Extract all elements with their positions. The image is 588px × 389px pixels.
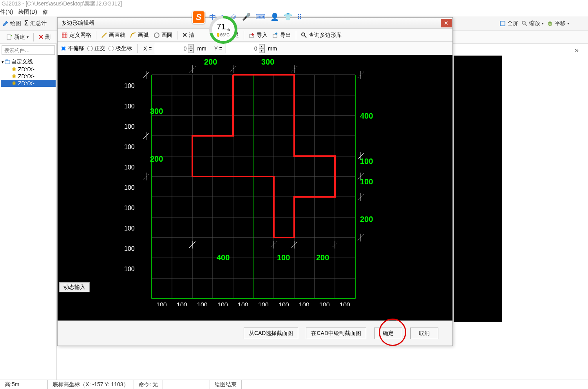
window-title: GJ2013 - [C:\Users\asus\Desktop\案案J2.GGJ… [0, 0, 588, 7]
x-spin-up[interactable]: ▲ [188, 44, 194, 49]
status-draw-end: 绘图结束 [210, 380, 242, 389]
svg-text:200: 200 [360, 215, 373, 223]
svg-text:100: 100 [124, 144, 135, 150]
gear-icon: ✺ [12, 80, 16, 86]
from-cad-button[interactable]: 从CAD选择截面图 [244, 328, 299, 339]
draw-button[interactable]: 绘图 [2, 20, 21, 27]
y-spin-down[interactable]: ▼ [259, 49, 264, 53]
fullscreen-button[interactable]: 全屏 [499, 20, 518, 27]
svg-text:200: 200 [150, 155, 163, 163]
menu-modify[interactable]: 修 [43, 7, 48, 16]
ime-person-icon[interactable]: 👤 [270, 13, 279, 22]
search-input[interactable] [2, 45, 55, 55]
delete-button[interactable]: ✕ 删 [36, 32, 53, 41]
svg-rect-3 [7, 35, 11, 40]
dynamic-input-button[interactable]: 动态输入 [59, 282, 90, 292]
sigma-icon: Σ [24, 19, 29, 27]
svg-text:100: 100 [279, 302, 289, 306]
arc-icon [130, 32, 136, 38]
draw-circle-button[interactable]: 画圆 [152, 31, 174, 40]
import-button[interactable]: 导入 [247, 31, 269, 40]
svg-text:100: 100 [277, 253, 290, 262]
component-tree[interactable]: ▾ 自定义线 ✺ZDYX- ✺ZDYX- ✺ZDYX- [0, 56, 56, 382]
define-grid-button[interactable]: 定义网格 [60, 31, 93, 40]
status-command: 命令: 无 [134, 380, 163, 389]
folder-icon [5, 59, 10, 65]
svg-text:100: 100 [258, 302, 269, 306]
menu-file[interactable]: 件(N) [0, 7, 13, 16]
svg-text:400: 400 [217, 253, 230, 262]
delete-icon: ✕ [38, 33, 43, 41]
svg-text:100: 100 [360, 157, 373, 166]
svg-text:100: 100 [124, 225, 135, 232]
x-spin-down[interactable]: ▼ [188, 49, 194, 53]
svg-text:200: 200 [316, 253, 329, 262]
unit-label: mm [197, 45, 206, 52]
clear-button[interactable]: ✕ 清 [181, 31, 196, 40]
svg-point-1 [522, 21, 525, 24]
draw-line-button[interactable]: 画直线 [100, 31, 127, 40]
ime-mic-icon[interactable]: 🎤 [242, 13, 251, 22]
svg-text:100: 100 [217, 302, 228, 306]
ortho-radio[interactable]: 正交 [87, 45, 105, 52]
svg-text:100: 100 [319, 302, 330, 306]
search-library-button[interactable]: 查询多边形库 [299, 31, 343, 40]
svg-text:300: 300 [150, 107, 163, 115]
secondary-viewport [454, 56, 502, 322]
unit-label: mm [268, 45, 277, 52]
polygon-editor-dialog: 多边形编辑器 ✕ 定义网格 画直线 画弧 画圆 ✕ 清 回退 [57, 17, 453, 346]
svg-text:100: 100 [124, 184, 135, 191]
hand-icon [547, 20, 553, 27]
y-spin-up[interactable]: ▲ [259, 44, 264, 49]
magnifier-icon [301, 32, 307, 38]
chevron-right-icon[interactable]: » [575, 46, 579, 54]
circle-icon [154, 32, 160, 38]
close-button[interactable]: ✕ [441, 19, 452, 27]
polar-radio[interactable]: 极坐标 [109, 45, 132, 52]
ime-grid-icon[interactable]: ⠿ [297, 13, 302, 22]
in-cad-button[interactable]: 在CAD中绘制截面图 [306, 328, 366, 339]
no-offset-radio[interactable]: 不偏移 [61, 45, 84, 52]
menu-draw[interactable]: 绘图(D) [18, 7, 37, 16]
svg-line-2 [525, 24, 527, 26]
svg-text:100: 100 [299, 302, 309, 306]
ime-keyboard-icon[interactable]: ⌨ [255, 13, 266, 22]
svg-text:100: 100 [124, 266, 135, 272]
svg-text:100: 100 [238, 302, 248, 306]
sum-button[interactable]: Σ 汇总计 [24, 19, 47, 27]
magnifier-icon [521, 20, 528, 27]
svg-text:100: 100 [197, 302, 208, 306]
svg-text:400: 400 [360, 112, 373, 120]
polygon-canvas[interactable]: 100100100100100100100100100100 100100100… [58, 55, 452, 321]
clear-icon: ✕ [182, 31, 187, 39]
svg-text:100: 100 [124, 164, 135, 171]
ime-toolbar: S 中 •, ☺ 🎤 ⌨ 👤 👕 ⠿ [192, 10, 302, 24]
cancel-button[interactable]: 取消 [410, 328, 438, 339]
tree-root[interactable]: ▾ 自定义线 [1, 58, 56, 66]
gear-icon: ✺ [12, 73, 16, 79]
ime-skin-icon[interactable]: 👕 [284, 13, 292, 22]
svg-text:300: 300 [261, 58, 274, 66]
svg-text:100: 100 [360, 177, 373, 186]
system-widget[interactable]: 71% 66°C [209, 16, 237, 44]
svg-line-11 [305, 36, 306, 38]
draw-arc-button[interactable]: 画弧 [128, 31, 150, 40]
zoom-button[interactable]: 缩放 ▾ [521, 20, 544, 27]
x-label: X = [143, 45, 152, 52]
pan-button[interactable]: 平移 ▾ [547, 20, 569, 27]
svg-text:100: 100 [124, 245, 135, 252]
status-height: 高:5m [0, 380, 24, 389]
line-icon [101, 32, 107, 38]
coord-bar: 不偏移 正交 极坐标 X = ▲▼ mm Y = ▲▼ mm [58, 42, 452, 55]
sogou-icon[interactable]: S [192, 11, 205, 24]
tree-item[interactable]: ✺ZDYX- [1, 66, 56, 73]
svg-text:100: 100 [124, 103, 135, 110]
dialog-toolbar: 定义网格 画直线 画弧 画圆 ✕ 清 回退 导入 [58, 29, 452, 42]
ok-button[interactable]: 确定 [374, 328, 402, 339]
svg-text:100: 100 [177, 302, 187, 306]
svg-point-10 [302, 33, 305, 36]
new-button[interactable]: 新建 ▾ [4, 33, 31, 41]
export-button[interactable]: 导出 [271, 31, 293, 40]
tree-item[interactable]: ✺ZDYX- [1, 73, 56, 80]
tree-item-selected[interactable]: ✺ZDYX- [1, 80, 56, 87]
